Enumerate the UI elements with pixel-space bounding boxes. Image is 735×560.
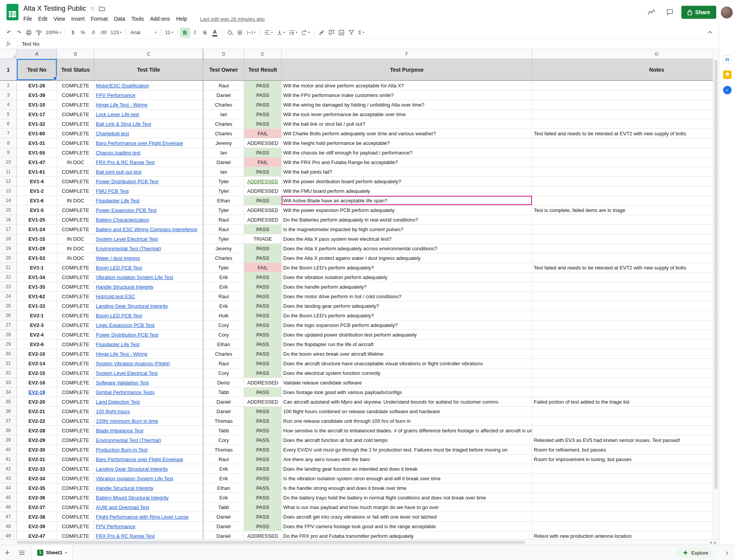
cell-C36[interactable]: 100 flight hours — [94, 407, 203, 416]
cell-E4[interactable]: PASS — [244, 100, 282, 110]
cell-F43[interactable]: Is the vibration isolation system stron … — [282, 474, 532, 483]
cell-E17[interactable]: PASS — [244, 225, 282, 234]
cell-G40[interactable]: Room for refinement, but passes — [532, 445, 719, 455]
cell-E1[interactable]: Test Result — [244, 59, 282, 81]
cell-E9[interactable]: PASS — [244, 148, 282, 158]
cell-A36[interactable]: EV2-21 — [17, 407, 57, 416]
row-header-33[interactable]: 33 — [0, 378, 17, 388]
row-header-48[interactable]: 48 — [0, 522, 17, 531]
cell-E25[interactable]: PASS — [244, 301, 282, 311]
cell-G19[interactable] — [532, 244, 719, 253]
cell-C12[interactable]: Power Distribution PCB Test — [94, 177, 203, 186]
menu-format[interactable]: Format — [88, 15, 111, 23]
cell-D26[interactable]: Hulk — [203, 311, 244, 320]
cell-G42[interactable] — [532, 464, 719, 474]
cell-C17[interactable]: Battery and ESC Wiring Compass Interefen… — [94, 225, 203, 234]
cell-D47[interactable]: Daniel — [203, 512, 244, 522]
cell-G2[interactable] — [532, 81, 719, 90]
cell-B7[interactable]: COMPLETE — [57, 129, 94, 138]
column-header-B[interactable]: B — [57, 49, 94, 59]
cell-E11[interactable]: PASS — [244, 167, 282, 177]
cell-C11[interactable]: Ball joint pull out test — [94, 167, 203, 177]
cell-F33[interactable]: Validate release candidate software — [282, 378, 532, 388]
cell-A18[interactable]: EV1-15 — [17, 234, 57, 244]
cell-F39[interactable]: Does the aircraft function at hot and co… — [282, 435, 532, 445]
cell-A41[interactable]: EV2-31 — [17, 455, 57, 464]
cell-F8[interactable]: Will the height hold performance be acce… — [282, 138, 532, 148]
cell-A48[interactable]: EV2-39 — [17, 522, 57, 531]
font-size-select[interactable]: 11▾ — [163, 28, 175, 38]
cell-E15[interactable]: ADDRESSED — [244, 205, 282, 215]
increase-decimal-button[interactable]: .00 — [98, 28, 108, 38]
cell-A39[interactable]: EV2-29 — [17, 435, 57, 445]
cell-B46[interactable]: COMPLETE — [57, 503, 94, 512]
cell-G35[interactable]: Failed portion of test added to the tria… — [532, 397, 719, 407]
cell-B27[interactable]: COMPLETE — [57, 320, 94, 330]
cell-F7[interactable]: Will Charlie Bolts perform adequately ov… — [282, 129, 532, 138]
cell-G1[interactable]: Notes — [532, 59, 719, 81]
cell-C3[interactable]: FPV Performance — [94, 90, 203, 100]
sheets-logo[interactable] — [6, 3, 19, 22]
cell-E21[interactable]: FAIL — [244, 263, 282, 273]
all-sheets-button[interactable] — [15, 545, 29, 560]
cell-B17[interactable]: COMPLETE — [57, 225, 94, 234]
cell-A44[interactable]: EV2-35 — [17, 483, 57, 493]
row-header-18[interactable]: 18 — [0, 234, 17, 244]
cell-E16[interactable]: ADDRESSED — [244, 215, 282, 225]
row-header-13[interactable]: 13 — [0, 186, 17, 196]
column-header-G[interactable]: G — [532, 49, 719, 59]
decrease-decimal-button[interactable]: .0 — [88, 28, 98, 38]
cell-F28[interactable]: Does the updated power distribution test… — [282, 330, 532, 340]
cell-G17[interactable] — [532, 225, 719, 234]
text-wrap-button[interactable]: ▾ — [287, 28, 299, 38]
cell-B13[interactable]: COMPLETE — [57, 186, 94, 196]
cell-D38[interactable]: Tabb — [203, 426, 244, 435]
cell-D29[interactable]: Ethan — [203, 340, 244, 349]
cell-D18[interactable]: Tyler — [203, 234, 244, 244]
cell-C38[interactable]: Blade Imbalance Test — [94, 426, 203, 435]
cell-G9[interactable] — [532, 148, 719, 158]
cell-A19[interactable]: EV1-29 — [17, 244, 57, 253]
cell-C15[interactable]: Power Expansion PCB Test — [94, 205, 203, 215]
cell-F5[interactable]: Will the lock lever performance be accep… — [282, 110, 532, 119]
cell-A2[interactable]: EV1-26 — [17, 81, 57, 90]
cell-B18[interactable]: IN DOC — [57, 234, 94, 244]
share-button[interactable]: Share — [681, 6, 716, 19]
cell-A12[interactable]: EV1-4 — [17, 177, 57, 186]
cell-B26[interactable]: COMPLETE — [57, 311, 94, 320]
column-header-C[interactable]: C — [94, 49, 203, 59]
row-header-8[interactable]: 8 — [0, 138, 17, 148]
cell-A28[interactable]: EV2-4 — [17, 330, 57, 340]
number-format-button[interactable]: 123▾ — [108, 28, 123, 38]
menu-add-ons[interactable]: Add-ons — [147, 15, 173, 23]
cell-A35[interactable]: EV2-20 — [17, 397, 57, 407]
cell-F45[interactable]: Do the battery trays hold the battery in… — [282, 493, 532, 503]
cell-F10[interactable]: Will the FRX Pro and Futaba Range be acc… — [282, 158, 532, 167]
cell-C28[interactable]: Power Distribution PCB Test — [94, 330, 203, 340]
cell-B41[interactable]: COMPLETE — [57, 455, 94, 464]
cell-E26[interactable]: PASS — [244, 311, 282, 320]
cell-E23[interactable]: PASS — [244, 282, 282, 292]
cell-A21[interactable]: EV1-1 — [17, 263, 57, 273]
row-header-20[interactable]: 20 — [0, 253, 17, 263]
collapse-toolbar-button[interactable] — [705, 28, 715, 38]
cell-F6[interactable]: Will the ball link or strut fail / pull … — [282, 119, 532, 129]
cell-G12[interactable] — [532, 177, 719, 186]
cell-D3[interactable]: Daniel — [203, 90, 244, 100]
cell-G20[interactable] — [532, 253, 719, 263]
cell-C26[interactable]: Boom LED PCB Test — [94, 311, 203, 320]
cell-E3[interactable]: PASS — [244, 90, 282, 100]
cell-A11[interactable]: EV1-61 — [17, 167, 57, 177]
cell-B14[interactable]: IN DOC — [57, 196, 94, 205]
cell-E5[interactable]: PASS — [244, 110, 282, 119]
cell-F19[interactable]: Does the Alta X perform adequately acros… — [282, 244, 532, 253]
cell-E41[interactable]: PASS — [244, 455, 282, 464]
cell-A4[interactable]: EV1-10 — [17, 100, 57, 110]
cell-D28[interactable]: Cory — [203, 330, 244, 340]
cell-B34[interactable]: COMPLETE — [57, 388, 94, 397]
row-header-35[interactable]: 35 — [0, 397, 17, 407]
cell-A10[interactable]: EV1-47 — [17, 158, 57, 167]
cell-C6[interactable]: Ball Link & Strut Life Test — [94, 119, 203, 129]
cell-E32[interactable]: PASS — [244, 368, 282, 378]
calendar-button[interactable]: 31 — [722, 54, 733, 65]
